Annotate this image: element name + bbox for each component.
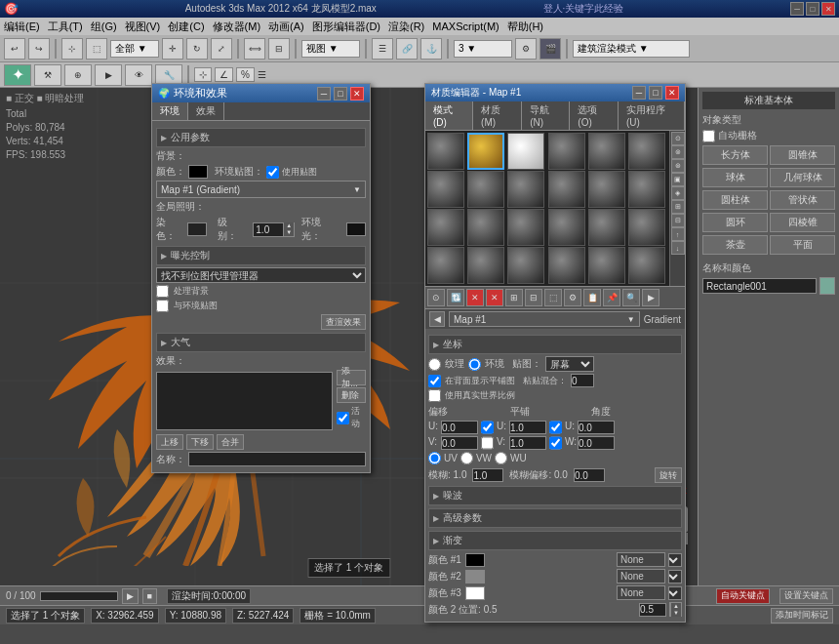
mat-swatch-8[interactable] <box>507 171 544 208</box>
mat-rb-btn5[interactable]: ◈ <box>671 186 685 200</box>
mat-tab-options[interactable]: 选项(O) <box>570 101 619 130</box>
mat-tool-1[interactable]: ⊙ <box>427 289 445 306</box>
z-coord-field[interactable]: Z: 5227.424 <box>232 608 294 624</box>
y-coord-field[interactable]: Y: 10880.98 <box>165 608 226 624</box>
geosphere-btn[interactable]: 几何球体 <box>770 168 835 187</box>
bind-btn[interactable]: ⚓ <box>420 38 442 60</box>
select-btn[interactable]: ⊹ <box>61 38 83 60</box>
offset-u-input[interactable] <box>441 421 478 434</box>
env-radio[interactable] <box>468 358 481 371</box>
tiling-u-cb[interactable] <box>549 421 562 434</box>
cylinder-btn[interactable]: 圆柱体 <box>702 190 768 210</box>
tube-btn[interactable]: 管状体 <box>770 190 835 210</box>
show-on-back-checkbox[interactable] <box>428 375 441 387</box>
exposure-dropdown[interactable]: 找不到位图代理管理器 <box>156 267 366 283</box>
level-spinbox[interactable]: ▲ ▼ <box>253 222 295 237</box>
color1-dropdown[interactable]: ▼ <box>668 553 682 567</box>
modify-tab[interactable]: ⚒ <box>34 64 61 86</box>
mapping-dropdown[interactable]: 屏幕 <box>545 356 594 372</box>
current-map-dropdown[interactable]: Map #1 <box>449 311 640 327</box>
mat-maximize-btn[interactable]: □ <box>649 86 662 100</box>
pyramid-btn[interactable]: 四棱锥 <box>770 213 835 232</box>
color3-dropdown[interactable]: ▼ <box>668 586 682 600</box>
mat-tool-8[interactable]: ⚙ <box>564 289 581 306</box>
mat-tool-11[interactable]: 🔍 <box>622 289 640 306</box>
rotate-btn[interactable]: ↻ <box>186 38 208 60</box>
snap-pct[interactable]: % <box>236 67 255 82</box>
mat-swatch-16[interactable] <box>588 209 625 246</box>
mat-tool-5[interactable]: ⊞ <box>505 289 523 306</box>
mat-swatch-18[interactable] <box>427 247 464 284</box>
object-color-swatch[interactable] <box>819 277 835 295</box>
menu-maxscript[interactable]: MAXScript(M) <box>432 20 499 32</box>
mat-rb-btn7[interactable]: ⊟ <box>671 214 685 227</box>
env-minimize-btn[interactable]: ─ <box>317 87 331 101</box>
blur-offset-input[interactable] <box>574 468 605 482</box>
uv-radio[interactable] <box>428 452 441 464</box>
viewport-config[interactable]: 3 ▼ <box>454 40 512 58</box>
level-input[interactable] <box>254 223 283 236</box>
effects-listbox[interactable] <box>156 372 333 430</box>
menu-view[interactable]: 视图(V) <box>125 20 161 34</box>
preview-btn[interactable]: 查渲效果 <box>321 314 366 330</box>
add-time-marker-btn[interactable]: 添加时间标记 <box>771 608 833 624</box>
env-close-btn[interactable]: ✕ <box>350 87 364 101</box>
active-checkbox[interactable] <box>337 412 349 424</box>
mat-swatch-13[interactable] <box>467 209 504 246</box>
menu-modify[interactable]: 修改器(M) <box>213 20 261 34</box>
hierarchy-tab[interactable]: ⊕ <box>64 64 92 86</box>
mat-tool-3[interactable]: ✕ <box>466 289 484 306</box>
merge-btn[interactable]: 合并 <box>217 434 244 450</box>
layer-btn[interactable]: ☰ <box>372 38 393 60</box>
add-effect-btn[interactable]: 添加... <box>337 370 366 385</box>
blur-input[interactable] <box>472 468 503 482</box>
align-btn[interactable]: ⊟ <box>268 38 290 60</box>
color2-none[interactable]: None <box>617 569 665 584</box>
create-tab[interactable]: ✦ <box>4 64 31 86</box>
angle-w-input[interactable] <box>578 436 615 450</box>
sphere-btn[interactable]: 球体 <box>702 168 768 187</box>
maximize-btn[interactable]: □ <box>806 2 819 16</box>
mat-tool-4[interactable]: ✕ <box>486 289 503 306</box>
angle-u-input[interactable] <box>578 421 615 434</box>
color2-dropdown[interactable]: ▼ <box>668 570 682 584</box>
mat-swatch-3[interactable] <box>548 133 585 170</box>
mat-rb-btn8[interactable]: ↑ <box>671 227 685 241</box>
tint-swatch[interactable] <box>187 222 207 236</box>
mat-swatch-15[interactable] <box>548 209 585 246</box>
mat-rb-btn6[interactable]: ⊞ <box>671 200 685 214</box>
rotate-map-btn[interactable]: 旋转 <box>655 467 682 483</box>
mat-tool-video[interactable]: ▶ <box>642 289 659 306</box>
level-up-btn[interactable]: ▲ <box>284 222 294 229</box>
tiling-v-cb[interactable] <box>549 436 562 450</box>
texture-radio[interactable] <box>428 358 441 371</box>
name-input[interactable] <box>188 452 366 466</box>
offset-u-cb[interactable] <box>481 421 494 434</box>
tiling-u-input[interactable] <box>509 421 546 434</box>
select-region-btn[interactable]: ⬚ <box>86 38 107 60</box>
mat-minimize-btn[interactable]: ─ <box>632 86 646 100</box>
render-preview-checkbox[interactable] <box>156 285 169 298</box>
mat-swatch-11[interactable] <box>628 171 665 208</box>
pos-spinbox[interactable]: ▲ ▼ <box>669 602 682 617</box>
pos-up-btn[interactable]: ▲ <box>671 603 681 610</box>
env-maximize-btn[interactable]: □ <box>334 87 347 101</box>
menu-create[interactable]: 创建(C) <box>168 20 204 34</box>
vw-radio[interactable] <box>460 452 473 464</box>
mat-swatch-12[interactable] <box>427 209 464 246</box>
gradient-section-header[interactable]: 渐变 <box>428 531 682 550</box>
mat-tab-mode[interactable]: 模式(D) <box>425 101 473 130</box>
map-name-dropdown[interactable]: Map #1 (Gradient) <box>156 181 366 198</box>
box-btn[interactable]: 长方体 <box>702 145 768 165</box>
mat-tool-7[interactable]: ⬚ <box>544 289 562 306</box>
color3-swatch[interactable] <box>465 586 485 600</box>
env-map-checkbox[interactable] <box>156 300 169 312</box>
offset-v-cb[interactable] <box>481 436 494 450</box>
paste-blend-input[interactable] <box>571 374 594 387</box>
link-btn[interactable]: 🔗 <box>396 38 418 60</box>
mirror-btn[interactable]: ⟺ <box>244 38 265 60</box>
menu-help[interactable]: 帮助(H) <box>507 20 543 34</box>
mat-swatch-19[interactable] <box>467 247 504 284</box>
env-tab-environment[interactable]: 环境 <box>152 102 188 120</box>
bg-color-swatch[interactable] <box>188 165 208 179</box>
